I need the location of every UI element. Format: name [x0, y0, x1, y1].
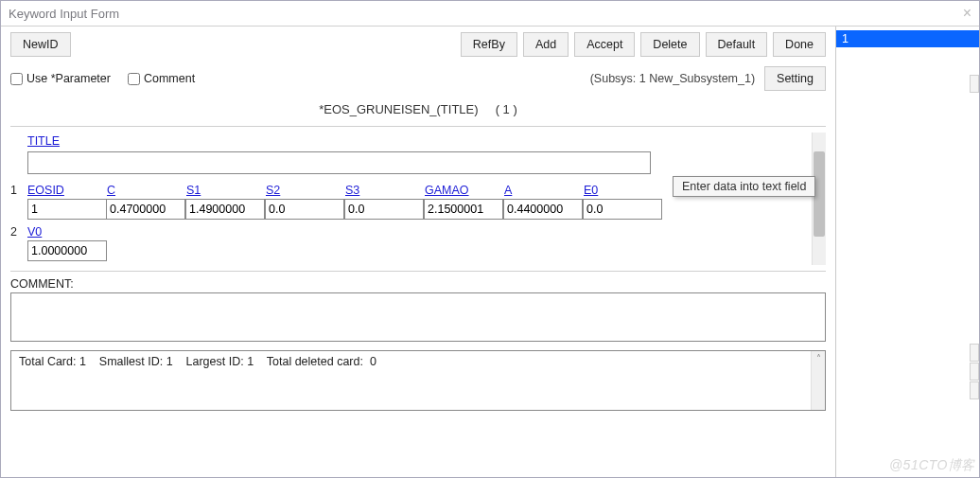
default-button[interactable]: Default — [706, 32, 768, 57]
field-link-s3[interactable]: S3 — [345, 184, 359, 197]
card-1-fields: EOSID C S1 S2 S3 GAMAO A E0 — [27, 182, 663, 220]
status-smallest-id-value: 1 — [166, 355, 173, 368]
comment-checkbox[interactable]: Comment — [128, 72, 195, 85]
field-input-s1[interactable] — [185, 199, 265, 220]
comment-checkbox-label: Comment — [144, 72, 195, 85]
refby-button[interactable]: RefBy — [461, 32, 517, 57]
keyword-input-window: Keyword Input Form × NewID RefBy Add Acc… — [0, 0, 980, 478]
field-link-eosid[interactable]: EOSID — [27, 184, 64, 197]
use-parameter-checkbox[interactable]: Use *Parameter — [10, 72, 111, 85]
field-input-s2[interactable] — [265, 199, 344, 220]
id-list-panel: 1 — [835, 27, 979, 477]
cards-scrollbar[interactable] — [812, 133, 826, 265]
scroll-up-icon[interactable]: ˄ — [812, 351, 825, 364]
id-list-item[interactable]: 1 — [836, 30, 979, 47]
client-area: NewID RefBy Add Accept Delete Default Do… — [1, 27, 979, 477]
comment-checkbox-input[interactable] — [128, 73, 140, 85]
title-input-wrap — [27, 151, 651, 174]
use-parameter-input[interactable] — [10, 73, 23, 85]
keyword-count: ( 1 ) — [496, 102, 517, 116]
status-largest-id-value: 1 — [247, 355, 254, 368]
field-input-a[interactable] — [503, 199, 583, 220]
field-link-v0[interactable]: V0 — [27, 225, 42, 239]
status-smallest-id-label: Smallest ID: — [99, 355, 163, 368]
keyword-title: *EOS_GRUNEISEN_(TITLE) ( 1 ) — [10, 97, 826, 126]
toolbar: NewID RefBy Add Accept Delete Default Do… — [10, 32, 826, 57]
field-link-gamao[interactable]: GAMAO — [425, 184, 469, 197]
window-title: Keyword Input Form — [9, 7, 119, 21]
left-panel: NewID RefBy Add Accept Delete Default Do… — [1, 27, 835, 477]
use-parameter-label: Use *Parameter — [26, 72, 111, 85]
accept-button[interactable]: Accept — [574, 32, 635, 57]
field-input-s3[interactable] — [344, 199, 424, 220]
field-input-c[interactable] — [106, 199, 185, 220]
cards-body: TITLE 1 EOSID C S1 S2 S3 — [10, 133, 812, 265]
status-total-card-label: Total Card: — [19, 355, 76, 368]
titlebar: Keyword Input Form × — [1, 1, 979, 27]
cards-area: TITLE 1 EOSID C S1 S2 S3 — [10, 126, 826, 272]
comment-label: COMMENT: — [10, 277, 826, 291]
field-link-a[interactable]: A — [504, 184, 512, 197]
status-total-deleted-label: Total deleted card: — [267, 355, 363, 368]
newid-button[interactable]: NewID — [10, 32, 71, 57]
card-index: 2 — [10, 223, 27, 239]
status-scrollbar[interactable]: ˄ — [811, 351, 825, 410]
field-link-s2[interactable]: S2 — [266, 184, 280, 197]
done-button[interactable]: Done — [773, 32, 826, 57]
field-link-e0[interactable]: E0 — [584, 184, 598, 197]
field-input-gamao[interactable] — [424, 199, 503, 220]
add-button[interactable]: Add — [523, 32, 569, 57]
card-index: 1 — [10, 182, 27, 197]
comment-textarea[interactable] — [10, 292, 826, 342]
field-tooltip: Enter data into text field — [673, 176, 812, 197]
title-input[interactable] — [27, 151, 651, 174]
field-input-eosid[interactable] — [27, 199, 107, 220]
card-row-2: 2 V0 — [10, 223, 812, 261]
status-largest-id-label: Largest ID: — [186, 355, 244, 368]
options-row: Use *Parameter Comment (Subsys: 1 New_Su… — [10, 66, 826, 91]
comment-section: COMMENT: — [10, 277, 826, 345]
close-icon[interactable]: × — [963, 5, 971, 22]
status-total-card-value: 1 — [79, 355, 86, 368]
title-field-row: TITLE — [10, 133, 812, 150]
field-input-e0[interactable] — [583, 199, 662, 220]
keyword-name: *EOS_GRUNEISEN_(TITLE) — [319, 102, 478, 116]
subsystem-label: (Subsys: 1 New_Subsystem_1) — [590, 72, 755, 85]
status-footer: Total Card: 1 Smallest ID: 1 Largest ID:… — [10, 350, 826, 411]
field-link-s1[interactable]: S1 — [186, 184, 201, 197]
delete-button[interactable]: Delete — [640, 32, 699, 57]
status-total-deleted-value: 0 — [370, 355, 376, 368]
field-input-v0[interactable] — [27, 240, 107, 261]
field-link-c[interactable]: C — [107, 184, 115, 197]
title-field-link[interactable]: TITLE — [27, 134, 60, 148]
card-2-fields: V0 — [27, 223, 107, 261]
setting-button[interactable]: Setting — [764, 66, 826, 91]
